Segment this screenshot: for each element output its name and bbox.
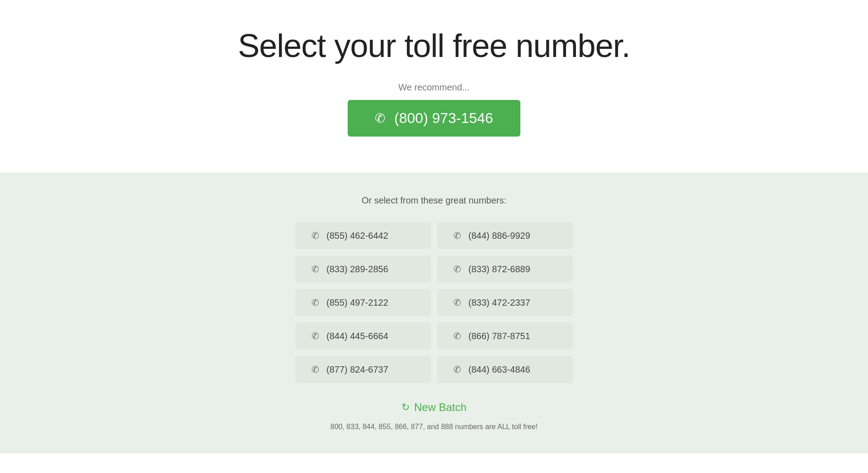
phone-icon: ✆ bbox=[453, 297, 461, 308]
phone-icon: ✆ bbox=[453, 364, 461, 375]
number-label: (833) 472-2337 bbox=[468, 298, 530, 308]
number-label: (844) 445-6664 bbox=[326, 331, 388, 341]
or-select-label: Or select from these great numbers: bbox=[362, 195, 506, 206]
number-button-5[interactable]: ✆(833) 472-2337 bbox=[437, 289, 573, 316]
refresh-icon: ↻ bbox=[401, 402, 410, 413]
number-button-8[interactable]: ✆(877) 824-6737 bbox=[295, 356, 431, 383]
top-section: Select your toll free number. We recomme… bbox=[0, 0, 868, 173]
new-batch-label: New Batch bbox=[414, 401, 467, 414]
number-label: (844) 886-9929 bbox=[468, 231, 530, 241]
recommended-number-button[interactable]: ✆ (800) 973-1546 bbox=[348, 100, 520, 137]
phone-icon: ✆ bbox=[375, 111, 385, 126]
bottom-section: Or select from these great numbers: ✆(85… bbox=[0, 173, 868, 454]
number-label: (844) 663-4846 bbox=[468, 364, 530, 375]
phone-icon: ✆ bbox=[453, 331, 461, 341]
number-label: (866) 787-8751 bbox=[468, 331, 530, 341]
number-label: (877) 824-6737 bbox=[326, 364, 388, 375]
number-label: (855) 497-2122 bbox=[326, 298, 388, 308]
number-label: (833) 289-2856 bbox=[326, 264, 388, 274]
phone-icon: ✆ bbox=[311, 297, 319, 308]
recommend-label: We recommend... bbox=[398, 82, 469, 93]
phone-icon: ✆ bbox=[311, 264, 319, 274]
footer-note: 800, 833, 844, 855, 866, 877, and 888 nu… bbox=[330, 423, 538, 431]
number-button-2[interactable]: ✆(833) 289-2856 bbox=[295, 255, 431, 283]
number-button-1[interactable]: ✆(844) 886-9929 bbox=[437, 222, 573, 249]
number-button-0[interactable]: ✆(855) 462-6442 bbox=[295, 222, 431, 249]
numbers-grid: ✆(855) 462-6442✆(844) 886-9929✆(833) 289… bbox=[295, 222, 573, 383]
page-title: Select your toll free number. bbox=[238, 27, 630, 64]
phone-icon: ✆ bbox=[311, 331, 319, 341]
phone-icon: ✆ bbox=[311, 364, 319, 375]
number-button-6[interactable]: ✆(844) 445-6664 bbox=[295, 322, 431, 350]
number-button-3[interactable]: ✆(833) 872-6889 bbox=[437, 255, 573, 283]
phone-icon: ✆ bbox=[311, 230, 319, 241]
phone-icon: ✆ bbox=[453, 230, 461, 241]
recommended-number: (800) 973-1546 bbox=[394, 110, 493, 127]
number-label: (833) 872-6889 bbox=[468, 264, 530, 274]
phone-icon: ✆ bbox=[453, 264, 461, 274]
number-button-9[interactable]: ✆(844) 663-4846 bbox=[437, 356, 573, 383]
number-button-4[interactable]: ✆(855) 497-2122 bbox=[295, 289, 431, 316]
new-batch-button[interactable]: ↻ New Batch bbox=[401, 401, 467, 414]
number-button-7[interactable]: ✆(866) 787-8751 bbox=[437, 322, 573, 350]
number-label: (855) 462-6442 bbox=[326, 231, 388, 241]
